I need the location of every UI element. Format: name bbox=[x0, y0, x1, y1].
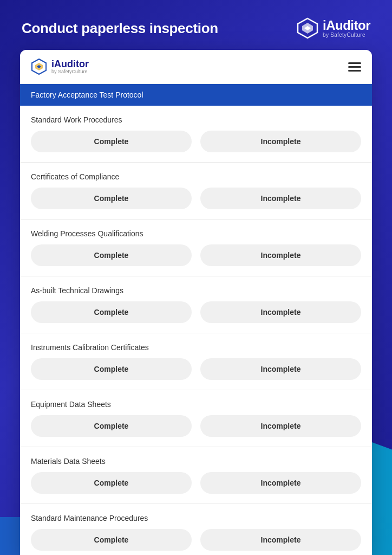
item-label: Certificates of Compliance bbox=[31, 172, 361, 181]
inspection-item: Equipment Data Sheets Complete Incomplet… bbox=[20, 390, 372, 447]
item-label: Standard Maintenance Procedures bbox=[31, 514, 361, 522]
app-card: iAuditor by SafetyCulture Factory Accept… bbox=[20, 50, 372, 555]
item-buttons: Complete Incomplete bbox=[31, 358, 361, 380]
inspection-item: Instruments Calibration Certificates Com… bbox=[20, 333, 372, 390]
item-buttons: Complete Incomplete bbox=[31, 131, 361, 152]
nav-brand-sub: by SafetyCulture bbox=[51, 69, 89, 74]
item-buttons: Complete Incomplete bbox=[31, 301, 361, 323]
incomplete-button[interactable]: Incomplete bbox=[200, 131, 361, 152]
complete-button[interactable]: Complete bbox=[31, 358, 192, 380]
inspection-item: Standard Work Procedures Complete Incomp… bbox=[20, 106, 372, 163]
inspection-item: Materials Data Sheets Complete Incomplet… bbox=[20, 447, 372, 504]
item-label: Welding Processes Qualifications bbox=[31, 229, 361, 238]
item-label: Standard Work Procedures bbox=[31, 115, 361, 124]
nav-brand-name: iAuditor bbox=[51, 59, 89, 69]
app-nav: iAuditor by SafetyCulture bbox=[20, 50, 372, 84]
inspection-item: As-built Technical Drawings Complete Inc… bbox=[20, 276, 372, 333]
nav-logo: iAuditor by SafetyCulture bbox=[31, 59, 89, 75]
inspection-item: Certificates of Compliance Complete Inco… bbox=[20, 163, 372, 220]
inspection-item: Standard Maintenance Procedures Complete… bbox=[20, 504, 372, 555]
incomplete-button[interactable]: Incomplete bbox=[200, 358, 361, 380]
brand-text: iAuditor by SafetyCulture bbox=[323, 19, 370, 38]
nav-brand-text: iAuditor by SafetyCulture bbox=[51, 59, 89, 74]
item-label: Materials Data Sheets bbox=[31, 457, 361, 466]
item-buttons: Complete Incomplete bbox=[31, 244, 361, 266]
incomplete-button[interactable]: Incomplete bbox=[200, 529, 361, 551]
hamburger-menu-icon[interactable] bbox=[348, 62, 361, 72]
item-buttons: Complete Incomplete bbox=[31, 188, 361, 209]
brand-sub: by SafetyCulture bbox=[323, 32, 370, 38]
incomplete-button[interactable]: Incomplete bbox=[200, 415, 361, 437]
item-buttons: Complete Incomplete bbox=[31, 529, 361, 551]
complete-button[interactable]: Complete bbox=[31, 472, 192, 494]
incomplete-button[interactable]: Incomplete bbox=[200, 301, 361, 323]
incomplete-button[interactable]: Incomplete bbox=[200, 244, 361, 266]
top-header: Conduct paperless inspection iAuditor by… bbox=[0, 0, 392, 50]
page-title: Conduct paperless inspection bbox=[22, 20, 218, 37]
complete-button[interactable]: Complete bbox=[31, 244, 192, 266]
brand-logo: iAuditor by SafetyCulture bbox=[297, 17, 370, 39]
brand-name: iAuditor bbox=[323, 19, 370, 32]
incomplete-button[interactable]: Incomplete bbox=[200, 188, 361, 209]
items-container: Standard Work Procedures Complete Incomp… bbox=[20, 106, 372, 555]
complete-button[interactable]: Complete bbox=[31, 529, 192, 551]
inspection-item: Welding Processes Qualifications Complet… bbox=[20, 220, 372, 276]
complete-button[interactable]: Complete bbox=[31, 188, 192, 209]
complete-button[interactable]: Complete bbox=[31, 301, 192, 323]
item-label: As-built Technical Drawings bbox=[31, 286, 361, 295]
item-label: Equipment Data Sheets bbox=[31, 400, 361, 409]
nav-logo-icon bbox=[31, 59, 47, 75]
complete-button[interactable]: Complete bbox=[31, 131, 192, 152]
item-buttons: Complete Incomplete bbox=[31, 415, 361, 437]
section-header: Factory Acceptance Test Protocol bbox=[20, 84, 372, 106]
incomplete-button[interactable]: Incomplete bbox=[200, 472, 361, 494]
complete-button[interactable]: Complete bbox=[31, 415, 192, 437]
item-label: Instruments Calibration Certificates bbox=[31, 343, 361, 352]
section-title: Factory Acceptance Test Protocol bbox=[31, 91, 143, 99]
item-buttons: Complete Incomplete bbox=[31, 472, 361, 494]
logo-icon bbox=[297, 17, 318, 39]
